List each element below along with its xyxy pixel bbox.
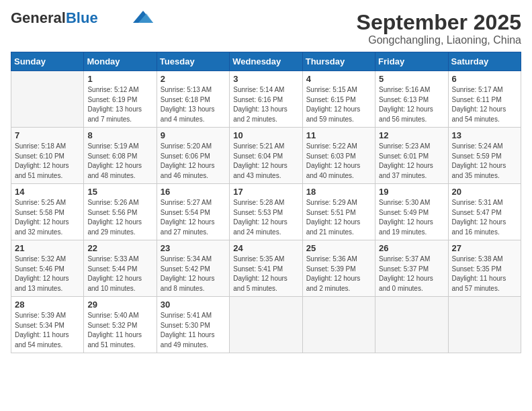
day-number: 20 bbox=[452, 187, 517, 197]
calendar-day-cell: 18Sunrise: 5:29 AM Sunset: 5:51 PM Dayli… bbox=[302, 184, 375, 240]
day-info: Sunrise: 5:16 AM Sunset: 6:13 PM Dayligh… bbox=[379, 85, 444, 124]
day-number: 14 bbox=[15, 187, 80, 197]
day-info: Sunrise: 5:14 AM Sunset: 6:16 PM Dayligh… bbox=[233, 85, 298, 124]
day-info: Sunrise: 5:41 AM Sunset: 5:30 PM Dayligh… bbox=[161, 311, 226, 350]
weekday-header: Monday bbox=[84, 52, 157, 71]
day-number: 15 bbox=[87, 187, 152, 197]
calendar-week-row: 21Sunrise: 5:32 AM Sunset: 5:46 PM Dayli… bbox=[11, 240, 521, 297]
calendar-day-cell bbox=[448, 297, 521, 353]
day-info: Sunrise: 5:38 AM Sunset: 5:35 PM Dayligh… bbox=[452, 255, 517, 293]
day-info: Sunrise: 5:36 AM Sunset: 5:39 PM Dayligh… bbox=[306, 255, 371, 293]
calendar-day-cell bbox=[302, 297, 375, 353]
day-info: Sunrise: 5:18 AM Sunset: 6:10 PM Dayligh… bbox=[15, 142, 80, 181]
day-number: 29 bbox=[87, 300, 152, 310]
day-info: Sunrise: 5:35 AM Sunset: 5:41 PM Dayligh… bbox=[233, 255, 298, 293]
calendar-day-cell: 17Sunrise: 5:28 AM Sunset: 5:53 PM Dayli… bbox=[230, 184, 302, 240]
day-info: Sunrise: 5:40 AM Sunset: 5:32 PM Dayligh… bbox=[87, 311, 152, 350]
day-number: 13 bbox=[452, 130, 517, 140]
day-info: Sunrise: 5:34 AM Sunset: 5:42 PM Dayligh… bbox=[161, 255, 226, 293]
day-info: Sunrise: 5:17 AM Sunset: 6:11 PM Dayligh… bbox=[452, 85, 517, 124]
day-number: 10 bbox=[233, 130, 298, 140]
calendar-day-cell: 14Sunrise: 5:25 AM Sunset: 5:58 PM Dayli… bbox=[11, 184, 84, 240]
weekday-header: Saturday bbox=[448, 52, 521, 71]
day-info: Sunrise: 5:27 AM Sunset: 5:54 PM Dayligh… bbox=[161, 198, 226, 237]
day-info: Sunrise: 5:15 AM Sunset: 6:15 PM Dayligh… bbox=[306, 85, 371, 124]
day-number: 16 bbox=[161, 187, 226, 197]
day-info: Sunrise: 5:30 AM Sunset: 5:49 PM Dayligh… bbox=[379, 198, 444, 237]
day-info: Sunrise: 5:13 AM Sunset: 6:18 PM Dayligh… bbox=[161, 85, 226, 124]
day-number: 9 bbox=[161, 130, 226, 140]
calendar-day-cell: 22Sunrise: 5:33 AM Sunset: 5:44 PM Dayli… bbox=[84, 240, 157, 297]
calendar-day-cell: 9Sunrise: 5:20 AM Sunset: 6:06 PM Daylig… bbox=[157, 128, 229, 184]
day-info: Sunrise: 5:37 AM Sunset: 5:37 PM Dayligh… bbox=[379, 255, 444, 293]
calendar-week-row: 28Sunrise: 5:39 AM Sunset: 5:34 PM Dayli… bbox=[11, 297, 521, 353]
calendar-day-cell bbox=[11, 71, 84, 128]
calendar-day-cell: 26Sunrise: 5:37 AM Sunset: 5:37 PM Dayli… bbox=[375, 240, 448, 297]
calendar-day-cell: 21Sunrise: 5:32 AM Sunset: 5:46 PM Dayli… bbox=[11, 240, 84, 297]
day-info: Sunrise: 5:19 AM Sunset: 6:08 PM Dayligh… bbox=[87, 142, 152, 181]
day-number: 18 bbox=[306, 187, 371, 197]
calendar-day-cell: 8Sunrise: 5:19 AM Sunset: 6:08 PM Daylig… bbox=[84, 128, 157, 184]
calendar-day-cell: 13Sunrise: 5:24 AM Sunset: 5:59 PM Dayli… bbox=[448, 128, 521, 184]
day-number: 5 bbox=[379, 74, 444, 84]
calendar-day-cell: 6Sunrise: 5:17 AM Sunset: 6:11 PM Daylig… bbox=[448, 71, 521, 128]
day-info: Sunrise: 5:20 AM Sunset: 6:06 PM Dayligh… bbox=[161, 142, 226, 181]
calendar-day-cell bbox=[230, 297, 302, 353]
logo-text: GeneralBlue bbox=[11, 11, 98, 26]
calendar-week-row: 1Sunrise: 5:12 AM Sunset: 6:19 PM Daylig… bbox=[11, 71, 521, 128]
calendar-day-cell: 2Sunrise: 5:13 AM Sunset: 6:18 PM Daylig… bbox=[157, 71, 229, 128]
day-number: 11 bbox=[306, 130, 371, 140]
calendar-day-cell: 16Sunrise: 5:27 AM Sunset: 5:54 PM Dayli… bbox=[157, 184, 229, 240]
day-number: 30 bbox=[161, 300, 226, 310]
calendar-header-row: SundayMondayTuesdayWednesdayThursdayFrid… bbox=[11, 52, 521, 71]
calendar-day-cell bbox=[375, 297, 448, 353]
day-number: 17 bbox=[233, 187, 298, 197]
day-info: Sunrise: 5:31 AM Sunset: 5:47 PM Dayligh… bbox=[452, 198, 517, 237]
logo-icon bbox=[133, 11, 153, 23]
day-number: 3 bbox=[233, 74, 298, 84]
day-number: 23 bbox=[161, 243, 226, 253]
calendar-day-cell: 1Sunrise: 5:12 AM Sunset: 6:19 PM Daylig… bbox=[84, 71, 157, 128]
calendar-day-cell: 3Sunrise: 5:14 AM Sunset: 6:16 PM Daylig… bbox=[230, 71, 302, 128]
day-info: Sunrise: 5:23 AM Sunset: 6:01 PM Dayligh… bbox=[379, 142, 444, 181]
day-info: Sunrise: 5:33 AM Sunset: 5:44 PM Dayligh… bbox=[87, 255, 152, 293]
calendar-day-cell: 24Sunrise: 5:35 AM Sunset: 5:41 PM Dayli… bbox=[230, 240, 302, 297]
page-header: GeneralBlue September 2025 Gongchangling… bbox=[11, 11, 521, 46]
calendar-day-cell: 28Sunrise: 5:39 AM Sunset: 5:34 PM Dayli… bbox=[11, 297, 84, 353]
day-number: 6 bbox=[452, 74, 517, 84]
weekday-header: Thursday bbox=[302, 52, 375, 71]
day-info: Sunrise: 5:26 AM Sunset: 5:56 PM Dayligh… bbox=[87, 198, 152, 237]
day-info: Sunrise: 5:24 AM Sunset: 5:59 PM Dayligh… bbox=[452, 142, 517, 181]
day-info: Sunrise: 5:29 AM Sunset: 5:51 PM Dayligh… bbox=[306, 198, 371, 237]
day-number: 27 bbox=[452, 243, 517, 253]
calendar-day-cell: 19Sunrise: 5:30 AM Sunset: 5:49 PM Dayli… bbox=[375, 184, 448, 240]
day-info: Sunrise: 5:28 AM Sunset: 5:53 PM Dayligh… bbox=[233, 198, 298, 237]
day-number: 22 bbox=[87, 243, 152, 253]
logo: GeneralBlue bbox=[11, 11, 153, 26]
day-info: Sunrise: 5:22 AM Sunset: 6:03 PM Dayligh… bbox=[306, 142, 371, 181]
weekday-header: Wednesday bbox=[230, 52, 302, 71]
day-number: 8 bbox=[87, 130, 152, 140]
calendar-day-cell: 15Sunrise: 5:26 AM Sunset: 5:56 PM Dayli… bbox=[84, 184, 157, 240]
day-info: Sunrise: 5:21 AM Sunset: 6:04 PM Dayligh… bbox=[233, 142, 298, 181]
day-info: Sunrise: 5:32 AM Sunset: 5:46 PM Dayligh… bbox=[15, 255, 80, 293]
day-number: 7 bbox=[15, 130, 80, 140]
calendar-day-cell: 12Sunrise: 5:23 AM Sunset: 6:01 PM Dayli… bbox=[375, 128, 448, 184]
calendar-day-cell: 5Sunrise: 5:16 AM Sunset: 6:13 PM Daylig… bbox=[375, 71, 448, 128]
day-number: 28 bbox=[15, 300, 80, 310]
day-number: 21 bbox=[15, 243, 80, 253]
day-number: 19 bbox=[379, 187, 444, 197]
month-title: September 2025 bbox=[357, 11, 521, 34]
calendar-day-cell: 27Sunrise: 5:38 AM Sunset: 5:35 PM Dayli… bbox=[448, 240, 521, 297]
day-info: Sunrise: 5:39 AM Sunset: 5:34 PM Dayligh… bbox=[15, 311, 80, 350]
calendar-day-cell: 23Sunrise: 5:34 AM Sunset: 5:42 PM Dayli… bbox=[157, 240, 229, 297]
day-number: 24 bbox=[233, 243, 298, 253]
day-info: Sunrise: 5:25 AM Sunset: 5:58 PM Dayligh… bbox=[15, 198, 80, 237]
calendar-day-cell: 7Sunrise: 5:18 AM Sunset: 6:10 PM Daylig… bbox=[11, 128, 84, 184]
calendar-day-cell: 30Sunrise: 5:41 AM Sunset: 5:30 PM Dayli… bbox=[157, 297, 229, 353]
calendar-day-cell: 29Sunrise: 5:40 AM Sunset: 5:32 PM Dayli… bbox=[84, 297, 157, 353]
location-title: Gongchangling, Liaoning, China bbox=[357, 34, 521, 46]
day-number: 12 bbox=[379, 130, 444, 140]
weekday-header: Tuesday bbox=[157, 52, 229, 71]
day-info: Sunrise: 5:12 AM Sunset: 6:19 PM Dayligh… bbox=[87, 85, 152, 124]
